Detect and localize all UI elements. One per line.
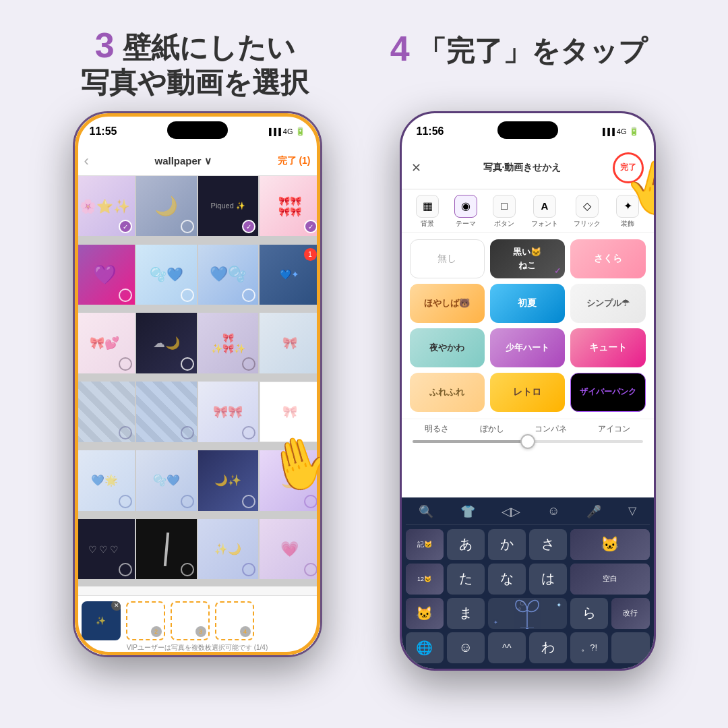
kb-key-emoji2[interactable]: ☺ — [447, 632, 485, 663]
kb-shirt-icon[interactable]: 👕 — [460, 504, 475, 519]
vip-text: VIPユーザーは写真を複数枚選択可能です (1/4) — [82, 643, 313, 653]
grid-cell-9[interactable]: 🎀💕 — [75, 313, 135, 373]
grid-cell-19[interactable]: 🌙✨ — [198, 450, 259, 511]
grid-cell-24[interactable]: 💗 — [260, 519, 320, 580]
grid-cell-7[interactable]: 💙🫧 — [198, 245, 259, 305]
tab-font[interactable]: A フォント — [531, 195, 558, 229]
tab-flick[interactable]: ◇ フリック — [574, 195, 601, 229]
status-icons-right: ▐▐▐ 4G 🔋 — [601, 127, 639, 136]
titles-row: 3 壁紙にしたい 写真や動画を選択 4 「完了」をタップ — [0, 0, 728, 111]
kb-key-kinen[interactable]: 記🐱 — [406, 529, 444, 560]
kb-key-sa[interactable]: さ — [529, 529, 567, 560]
theme-cyber[interactable]: ザイバーパンク — [570, 373, 645, 412]
slider-section: 明るさ ぼかし コンパネ アイコン — [402, 419, 654, 450]
slider-tab-conpane[interactable]: コンパネ — [535, 423, 567, 435]
grid-cell-13[interactable] — [75, 382, 135, 442]
kb-key-12[interactable]: 12🐱 — [406, 564, 444, 595]
check-18 — [181, 495, 194, 508]
selection-item-2[interactable]: 2 — [126, 601, 165, 640]
kb-key-ra[interactable]: ら — [570, 598, 608, 629]
kb-key-ya[interactable]: ✦ ✦ — [488, 598, 567, 629]
tab-theme[interactable]: ◉ テーマ — [454, 195, 477, 229]
check-15 — [242, 426, 255, 439]
kb-arrow-icon[interactable]: ◁▷ — [502, 504, 520, 519]
bottom-selection-bar: ✨ ✕ 2 3 4 VIPユーザーは写 — [75, 595, 320, 655]
check-13 — [119, 426, 132, 439]
step3-heading: 3 壁紙にしたい — [81, 24, 309, 66]
slider-fill — [413, 440, 528, 443]
grid-cell-6[interactable]: 🫧💙 — [136, 245, 197, 305]
kb-emoji-icon[interactable]: ☺ — [547, 504, 559, 519]
grid-cell-11[interactable]: 🎀✨🎀✨ — [198, 313, 259, 373]
tab-background[interactable]: ▦ 背景 — [416, 195, 439, 229]
signal-left: 4G — [283, 127, 293, 135]
tab-button[interactable]: □ ボタン — [493, 195, 516, 229]
phones-row: 11:55 ▐▐▐ 4G 🔋 ‹ wallpaper ∨ 完了 (1) — [0, 111, 728, 671]
kb-down-icon[interactable]: ▽ — [628, 504, 636, 519]
grid-cell-3[interactable]: Piqued ✨ ✓ — [198, 176, 259, 237]
theme-shonen[interactable]: 少年ハート — [490, 328, 565, 367]
kb-key-cat2[interactable]: 🐱 — [406, 598, 444, 629]
kb-search-icon[interactable]: 🔍 — [419, 504, 433, 519]
theme-yoru[interactable]: 夜やかわ — [410, 328, 485, 367]
slider-tab-blur[interactable]: ぼかし — [480, 423, 504, 435]
grid-cell-18[interactable]: 🫧💙 — [136, 450, 197, 511]
theme-retro[interactable]: レトロ — [490, 373, 565, 412]
theme-nashi[interactable]: 無し — [410, 239, 485, 278]
kb-key-ha[interactable]: は — [529, 564, 567, 595]
slider-track[interactable] — [413, 440, 643, 443]
grid-cell-2[interactable]: 🌙 — [136, 176, 197, 237]
kb-key-ma[interactable]: ま — [447, 598, 485, 629]
grid-cell-21[interactable]: ♡♡♡ — [75, 519, 135, 580]
kb-key-cat1[interactable]: 🐱 — [570, 529, 649, 560]
selection-item-1[interactable]: ✨ ✕ — [82, 601, 121, 640]
kb-key-hat[interactable]: ^^ — [488, 632, 526, 663]
kb-key-globe[interactable]: 🌐 — [406, 632, 444, 663]
theme-cute[interactable]: キュート — [570, 328, 645, 367]
theme-furefure[interactable]: ふれふれ — [410, 373, 485, 412]
kb-key-space[interactable]: 空白 — [570, 564, 649, 595]
theme-kuro[interactable]: 黒い🐱ねこ ✓ — [490, 239, 565, 278]
kb-key-extra[interactable] — [611, 632, 649, 663]
selection-item-4[interactable]: 4 — [215, 601, 254, 640]
close-btn-1[interactable]: ✕ — [111, 601, 121, 611]
slider-tab-brightness[interactable]: 明るさ — [425, 423, 449, 435]
complete-btn-left[interactable]: 完了 (1) — [278, 155, 311, 167]
kb-key-na[interactable]: な — [488, 564, 526, 595]
kb-key-ta[interactable]: た — [447, 564, 485, 595]
nav-title-right: 写真·動画きせかえ — [483, 162, 562, 174]
check-11 — [242, 357, 255, 371]
grid-cell-12[interactable]: 🎀 — [260, 313, 320, 373]
slider-tab-icon[interactable]: アイコン — [598, 423, 630, 435]
slider-thumb[interactable] — [520, 434, 535, 449]
theme-sakura[interactable]: さくら — [570, 239, 645, 278]
theme-hatsuka[interactable]: 初夏 — [490, 284, 565, 323]
kb-key-ka[interactable]: か — [488, 529, 526, 560]
check-17 — [119, 495, 132, 508]
kb-key-punct[interactable]: 。?! — [570, 632, 608, 663]
grid-cell-4[interactable]: 🎀🎀🎀🎀 ✓ — [260, 176, 320, 237]
kb-key-wa[interactable]: わ — [529, 632, 567, 663]
step3-title-block: 3 壁紙にしたい 写真や動画を選択 — [81, 24, 309, 100]
phone-right: 11:56 ▐▐▐ 4G 🔋 ✕ 写真·動画きせかえ 完了 — [400, 111, 656, 671]
grid-cell-1[interactable]: 🌸⭐✨ ✓ — [75, 176, 135, 237]
grid-cell-22[interactable] — [136, 519, 197, 580]
grid-cell-23[interactable]: ✨🌙 — [198, 519, 259, 580]
grid-cell-10[interactable]: ☁🌙 — [136, 313, 197, 373]
check-10 — [181, 357, 194, 371]
theme-simple[interactable]: シンプル☂✓ — [570, 284, 645, 323]
image-grid-left: 🌸⭐✨ ✓ 🌙 Piqued ✨ ✓ 🎀🎀🎀🎀 ✓ — [75, 176, 320, 586]
grid-cell-17[interactable]: 💙🌟 — [75, 450, 135, 511]
grid-cell-8[interactable]: 💙✦ 1 — [260, 245, 320, 305]
grid-cell-14[interactable] — [136, 382, 197, 442]
grid-cell-15[interactable]: 🎀🎀 — [198, 382, 259, 442]
close-btn-right[interactable]: ✕ — [411, 160, 431, 175]
back-button-left[interactable]: ‹ — [84, 152, 89, 170]
theme-hoyashiba[interactable]: ほやしば🐻 — [410, 284, 485, 323]
selection-item-3[interactable]: 3 — [171, 601, 210, 640]
kb-key-enter[interactable]: 改行 — [611, 598, 649, 629]
kb-mic-icon[interactable]: 🎤 — [586, 504, 601, 519]
time-right: 11:56 — [417, 125, 444, 138]
kb-key-a[interactable]: あ — [447, 529, 485, 560]
grid-cell-5[interactable]: 💜 — [75, 245, 135, 305]
